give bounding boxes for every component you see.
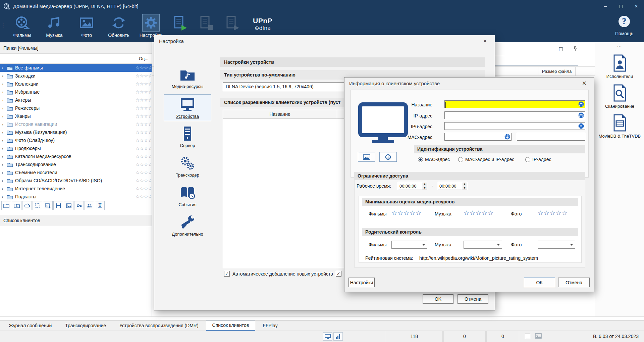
parental-photo-select[interactable] [538, 241, 575, 249]
settings-nav-events[interactable]: События [164, 183, 211, 209]
tree-row[interactable]: Актеры☆☆☆☆ [0, 96, 152, 104]
settings-nav-media-resources[interactable]: Медиа-ресурсы [164, 65, 211, 91]
toolbar-grip-icon[interactable]: ⋮ [0, 14, 6, 29]
radio-ip[interactable]: IP-адрес [525, 157, 551, 162]
tree-row[interactable]: Музыка (Визуализация)☆☆☆☆ [0, 128, 152, 136]
ip6-detect-button[interactable] [578, 123, 584, 129]
device-image-button[interactable] [358, 152, 375, 162]
device-network-button[interactable] [379, 152, 397, 162]
tree-row[interactable]: Каталоги медиа-ресурсов☆☆☆☆ [0, 152, 152, 160]
expander-icon[interactable] [2, 194, 7, 199]
rating-stars-music[interactable]: ☆☆☆☆☆ [464, 209, 494, 216]
tree-row[interactable]: Съемные носители☆☆☆☆ [0, 168, 152, 177]
rating-stars-films[interactable]: ☆☆☆☆☆ [391, 209, 422, 216]
expander-icon[interactable] [2, 130, 7, 135]
tree-row[interactable]: Коллекции☆☆☆☆ [0, 80, 152, 88]
overflow-icon[interactable]: … [595, 42, 644, 49]
rating-column-header[interactable]: Оц... [137, 54, 152, 64]
save-button[interactable] [53, 201, 63, 210]
expander-icon[interactable] [2, 98, 7, 103]
tree-row[interactable]: Все фильмы☆☆☆☆ [0, 64, 152, 72]
stop-server-button[interactable] [193, 14, 219, 31]
tab-message-log[interactable]: Журнал сообщений [3, 321, 58, 331]
tree-row[interactable]: Образы CD/SACD/DVD/DVD-A/BD (ISO)☆☆☆☆ [0, 177, 152, 185]
open-folder-button[interactable] [1, 201, 11, 210]
tree-row[interactable]: Режиссеры☆☆☆☆ [0, 104, 152, 112]
settings-nav-transcoder[interactable]: Транскодер [164, 153, 211, 180]
radio-mac[interactable]: MAC-адрес [418, 157, 450, 162]
expander-icon[interactable] [2, 154, 7, 159]
expander-icon[interactable] [2, 138, 7, 143]
add-folder-button[interactable] [12, 201, 21, 210]
cloud-button[interactable] [22, 201, 32, 210]
expander-icon[interactable] [2, 186, 7, 191]
tree-row[interactable]: Закладки☆☆☆☆ [0, 72, 152, 80]
device-name-input[interactable] [444, 100, 585, 108]
performers-button[interactable]: Исполнители [595, 54, 644, 79]
work-time-to[interactable]: ▲▼ [438, 182, 467, 190]
device-ip-input[interactable] [444, 111, 585, 119]
minimize-button[interactable]: – [598, 0, 613, 12]
expander-icon[interactable] [2, 106, 7, 111]
status-checkbox[interactable] [525, 334, 530, 339]
spin-up-icon[interactable]: ▲ [462, 182, 467, 186]
moviedb-button[interactable]: MovieDB & TheTVDB [595, 114, 644, 139]
tab-transcoding[interactable]: Транскодирование [59, 321, 112, 331]
expander-icon[interactable] [2, 90, 7, 95]
device-mac-vendor-input[interactable] [517, 133, 585, 141]
name-detect-button[interactable] [578, 101, 584, 107]
tab-dmr-devices[interactable]: Устройства воспроизведения (DMR) [113, 321, 205, 331]
radio-icon[interactable] [418, 157, 423, 162]
close-button[interactable]: × [629, 0, 644, 12]
device-ok-button[interactable]: OK [524, 278, 555, 287]
horizontal-splitter[interactable] [0, 316, 644, 317]
work-time-from[interactable]: ▲▼ [398, 182, 427, 190]
name-column-header[interactable]: Название [223, 110, 337, 118]
device-ip6-input[interactable] [444, 122, 585, 130]
panel-restore-icon[interactable]: □ [557, 45, 564, 52]
settings-nav-additional[interactable]: Дополнительно [164, 212, 211, 239]
image-button[interactable] [64, 201, 73, 210]
help-button[interactable]: ? Помощь [609, 14, 639, 36]
tree-row[interactable]: Избранные☆☆☆☆ [0, 88, 152, 96]
expander-icon[interactable] [2, 146, 7, 151]
status-server-button[interactable] [323, 332, 332, 341]
photo-button[interactable]: Фото [70, 14, 103, 38]
parental-films-select[interactable] [391, 241, 427, 249]
spin-up-icon[interactable]: ▲ [422, 182, 427, 186]
settings-button[interactable]: Настройки [135, 14, 167, 38]
export-image-button[interactable] [43, 201, 53, 210]
settings-cancel-button[interactable]: Отмена [458, 294, 488, 304]
tab-clients-list[interactable]: Список клиентов [206, 321, 256, 331]
start-server-button[interactable] [167, 14, 193, 31]
restart-server-button[interactable] [219, 14, 246, 31]
settings-ok-button[interactable]: OK [423, 294, 453, 304]
clients-list-area[interactable] [0, 226, 152, 316]
device-cancel-button[interactable]: Отмена [558, 278, 590, 287]
expander-icon[interactable] [2, 65, 7, 70]
time-to-input[interactable] [438, 182, 462, 190]
tree-row[interactable]: Фото (Слайд-шоу)☆☆☆☆ [0, 136, 152, 144]
refresh-button[interactable]: Обновить [103, 14, 135, 38]
key-button[interactable] [74, 201, 84, 210]
status-chart-button[interactable] [333, 332, 343, 341]
settings-nav-server[interactable]: Сервер [164, 124, 211, 150]
expander-icon[interactable] [2, 74, 7, 79]
time-from-input[interactable] [398, 182, 422, 190]
expander-icon[interactable] [2, 178, 7, 183]
device-settings-button[interactable]: Настройки [348, 278, 375, 287]
spinner[interactable]: ▲▼ [462, 182, 467, 190]
device-mac-input[interactable] [444, 133, 512, 141]
tree-row[interactable]: Продюсеры☆☆☆☆ [0, 144, 152, 152]
spin-down-icon[interactable]: ▼ [462, 186, 467, 190]
maximize-button[interactable]: □ [613, 0, 629, 12]
expander-icon[interactable] [2, 162, 7, 167]
spin-down-icon[interactable]: ▼ [422, 186, 427, 190]
radio-icon[interactable] [525, 157, 530, 162]
tree-row[interactable]: Подкасты☆☆☆☆ [0, 193, 152, 201]
scanning-button[interactable]: Сканирование [595, 84, 644, 109]
expander-icon[interactable] [2, 122, 7, 127]
expander-icon[interactable] [2, 82, 7, 87]
radio-mac-ip[interactable]: MAC-адрес и IP-адрес [458, 157, 514, 162]
settings-close-icon[interactable]: × [480, 38, 490, 45]
